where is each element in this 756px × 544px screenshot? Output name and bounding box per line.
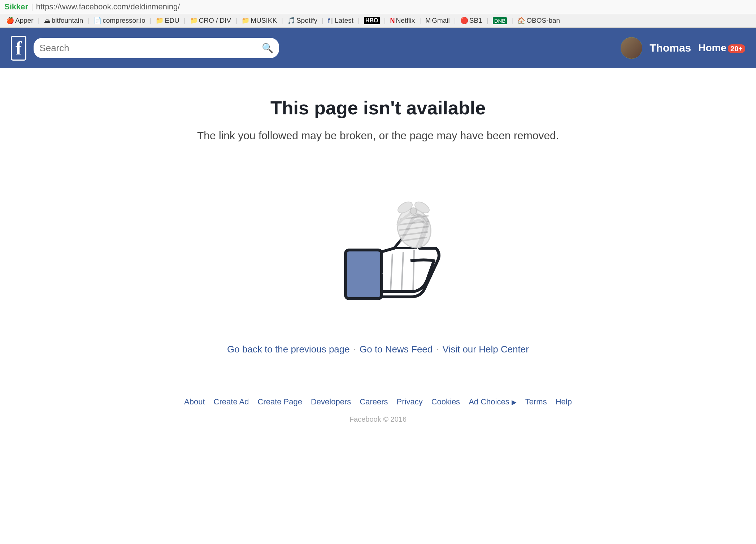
footer-ad-choices[interactable]: Ad Choices ▶: [469, 397, 517, 407]
bookmark-sb1[interactable]: 🔴 SB1: [458, 16, 485, 25]
bookmark-apper[interactable]: 🍎 Apper: [4, 16, 36, 25]
footer-about[interactable]: About: [184, 397, 205, 407]
svg-rect-0: [346, 250, 382, 299]
bookmark-spotify[interactable]: 🎵 Spotify: [285, 16, 320, 25]
footer-developers[interactable]: Developers: [311, 397, 351, 407]
error-links: Go back to the previous page · Go to New…: [227, 344, 529, 355]
bookmark-fb-latest[interactable]: f | Latest: [325, 16, 356, 25]
username[interactable]: Thomas: [649, 42, 691, 54]
svg-point-10: [410, 208, 417, 214]
bookmark-compressor[interactable]: 📄 compressor.io: [91, 16, 148, 25]
footer-copyright: Facebook © 2016: [151, 415, 605, 424]
footer-cookies[interactable]: Cookies: [431, 397, 460, 407]
facebook-logo[interactable]: f: [11, 36, 26, 61]
error-subtitle: The link you followed may be broken, or …: [197, 130, 559, 142]
footer-terms[interactable]: Terms: [525, 397, 547, 407]
home-link[interactable]: Home20+: [698, 42, 745, 54]
home-notification-badge: 20+: [728, 44, 745, 53]
footer-privacy[interactable]: Privacy: [397, 397, 423, 407]
error-title: This page isn't available: [270, 97, 486, 119]
facebook-header: f 🔍 Thomas Home20+: [0, 28, 756, 68]
search-icon: 🔍: [262, 43, 273, 54]
header-right: Thomas Home20+: [621, 37, 745, 59]
main-content: This page isn't available The link you f…: [0, 68, 756, 434]
bookmark-musikk[interactable]: 📁 MUSIKK: [239, 16, 279, 25]
footer-create-page[interactable]: Create Page: [257, 397, 302, 407]
url-bar[interactable]: Sikker | https://www.facebook.com/deldin…: [0, 0, 756, 14]
avatar[interactable]: [621, 37, 642, 59]
search-input[interactable]: [39, 43, 262, 54]
footer-help[interactable]: Help: [556, 397, 572, 407]
visit-help-center-link[interactable]: Visit our Help Center: [443, 344, 529, 355]
url-separator: |: [31, 2, 33, 12]
footer-create-ad[interactable]: Create Ad: [214, 397, 249, 407]
bookmark-bitfountain[interactable]: ⛰ bitfountain: [42, 16, 86, 25]
bookmarks-bar: 🍎 Apper | ⛰ bitfountain | 📄 compressor.i…: [0, 14, 756, 27]
secure-indicator: Sikker: [4, 2, 28, 12]
footer-careers[interactable]: Careers: [360, 397, 388, 407]
bookmark-hbo[interactable]: HBO: [361, 16, 382, 25]
go-back-link[interactable]: Go back to the previous page: [227, 344, 350, 355]
bookmark-netflix[interactable]: N Netflix: [387, 16, 417, 25]
bookmark-obos[interactable]: 🏠 OBOS-ban: [515, 16, 562, 25]
footer: About Create Ad Create Page Developers C…: [151, 384, 605, 434]
bookmark-dnb[interactable]: DNB: [490, 17, 510, 25]
url-text: https://www.facebook.com/deldinmening/: [36, 2, 180, 12]
browser-chrome: Sikker | https://www.facebook.com/deldin…: [0, 0, 756, 28]
bookmark-edu[interactable]: 📁 EDU: [153, 16, 182, 25]
bookmark-cro[interactable]: 📁 CRO / DIV: [187, 16, 234, 25]
search-bar[interactable]: 🔍: [34, 38, 279, 58]
go-to-news-feed-link[interactable]: Go to News Feed: [360, 344, 433, 355]
bookmark-gmail[interactable]: M Gmail: [423, 16, 452, 25]
broken-thumbs-up-image: [309, 178, 447, 308]
